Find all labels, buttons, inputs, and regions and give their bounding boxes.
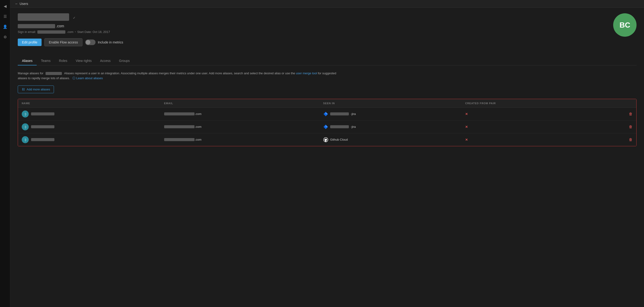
cell-delete: 🗑 [596, 120, 636, 133]
integration-suffix: -jira [351, 112, 356, 116]
delete-button[interactable]: 🗑 [629, 138, 632, 142]
email-blurred-cell [164, 138, 194, 141]
table-row: :) .com [18, 108, 636, 120]
cell-seen-in: Github Cloud [320, 133, 462, 146]
user-avatar: BC [613, 13, 636, 37]
tab-groups[interactable]: Groups [115, 57, 134, 65]
description-main: Aliases represent a user in an integrati… [64, 72, 295, 75]
col-created-from-pair: Created From Pair [462, 99, 596, 108]
name-blurred [31, 112, 54, 115]
user-name-blurred [18, 13, 69, 21]
delete-button[interactable]: 🗑 [629, 125, 632, 129]
learn-link-text: Learn about aliases [76, 76, 103, 80]
page-content: ✓ .com Sign in email: .com • Start Date:… [10, 8, 644, 307]
back-arrow: ← [15, 2, 18, 6]
col-email: Email [160, 99, 320, 108]
col-delete [596, 99, 636, 108]
start-date: Start Date: Oct 18, 2017 [77, 30, 110, 34]
integration-blurred [330, 125, 349, 128]
learn-about-aliases-link[interactable]: ⓘ Learn about aliases [72, 76, 103, 80]
col-seen-in: Seen In [320, 99, 462, 108]
name-blurred [31, 125, 54, 128]
add-aliases-icon: ⛓ [22, 88, 25, 91]
sidebar-icon-back[interactable]: ◀ [2, 3, 8, 9]
sidebar-icon-menu[interactable]: ☰ [2, 13, 8, 20]
metrics-toggle-container: Include in metrics [85, 40, 123, 45]
edit-profile-button[interactable]: Edit profile [18, 39, 42, 46]
cell-created-pair: ✕ [462, 108, 596, 120]
sidebar-icon-settings[interactable]: ⚙ [2, 34, 8, 40]
learn-link-icon: ⓘ [72, 76, 76, 80]
cell-created-pair: ✕ [462, 133, 596, 146]
name-blurred [31, 138, 54, 141]
section-label: Users [20, 2, 28, 6]
tab-aliases[interactable]: Aliases [18, 57, 37, 65]
user-info: ✓ .com Sign in email: .com • Start Date:… [18, 13, 123, 52]
meta-separator: • [75, 30, 76, 34]
top-nav: ← Users [10, 0, 644, 8]
cell-email: .com [160, 108, 320, 120]
tab-teams[interactable]: Teams [37, 57, 55, 65]
enable-flow-button[interactable]: Enable Flow access [44, 38, 82, 46]
user-header: ✓ .com Sign in email: .com • Start Date:… [18, 13, 636, 52]
cell-seen-in: -jira [320, 108, 462, 120]
integration-blurred [330, 112, 349, 115]
table-row: :) .com [18, 133, 636, 146]
username-blurred-inline [46, 72, 62, 75]
tab-view-rights[interactable]: View rights [72, 57, 96, 65]
back-button[interactable]: ← Users [15, 2, 28, 6]
aliases-table: Name Email Seen In Created From Pair :) [18, 99, 636, 146]
github-icon [323, 137, 328, 142]
tab-bar: Aliases Teams Roles View rights Access G… [18, 57, 636, 65]
email-blurred-cell [164, 125, 194, 128]
user-merge-link[interactable]: user merge tool [296, 72, 317, 75]
include-metrics-toggle[interactable] [85, 40, 96, 45]
cell-name: :) [18, 108, 160, 120]
sidebar-icon-users[interactable]: 👤 [2, 23, 8, 30]
integration-suffix: -jira [351, 125, 356, 129]
action-row: Edit profile Enable Flow access Include … [18, 38, 123, 46]
cell-seen-in: -jira [320, 120, 462, 133]
email-blurred-cell [164, 112, 194, 115]
add-more-aliases-button[interactable]: ⛓ Add more aliases [18, 86, 54, 93]
cell-delete: 🗑 [596, 108, 636, 120]
table-row: :) .com [18, 120, 636, 133]
row-avatar: :) [22, 111, 29, 118]
email-domain-cell: .com [195, 125, 202, 129]
tab-roles[interactable]: Roles [55, 57, 72, 65]
cell-name: :) [18, 120, 160, 133]
delete-button[interactable]: 🗑 [629, 112, 632, 116]
toggle-knob [86, 40, 90, 45]
row-avatar: :) [22, 136, 29, 143]
col-name: Name [18, 99, 160, 108]
email-domain-cell: .com [195, 138, 202, 141]
include-metrics-label: Include in metrics [98, 41, 123, 44]
cell-email: .com [160, 133, 320, 146]
created-pair-x: ✕ [465, 138, 468, 142]
cell-created-pair: ✕ [462, 120, 596, 133]
email-domain-cell: .com [195, 112, 202, 116]
add-aliases-label: Add more aliases [26, 88, 50, 91]
jira-icon [323, 111, 328, 117]
aliases-description: Manage aliases for Aliases represent a u… [18, 71, 345, 81]
description-prefix: Manage aliases for [18, 72, 44, 75]
jira-icon [323, 124, 328, 129]
tab-access[interactable]: Access [96, 57, 115, 65]
sidebar: ◀ ☰ 👤 ⚙ [0, 0, 10, 307]
handle-domain: .com [56, 24, 64, 28]
user-handle-row: .com [18, 24, 123, 28]
table-header: Name Email Seen In Created From Pair [18, 99, 636, 108]
email-domain: .com [67, 30, 73, 34]
aliases-table-wrapper: Name Email Seen In Created From Pair :) [18, 99, 636, 146]
cell-delete: 🗑 [596, 133, 636, 146]
main-content: ← Users ✓ .com Sign in email: [10, 0, 644, 307]
cell-email: .com [160, 120, 320, 133]
row-avatar: :) [22, 123, 29, 130]
created-pair-x: ✕ [465, 125, 468, 129]
cell-name: :) [18, 133, 160, 146]
email-blurred [37, 30, 66, 34]
sign-in-email-label: Sign in email: [18, 30, 36, 34]
created-pair-x: ✕ [465, 112, 468, 116]
github-cloud-label: Github Cloud [330, 138, 348, 141]
table-body: :) .com [18, 108, 636, 146]
